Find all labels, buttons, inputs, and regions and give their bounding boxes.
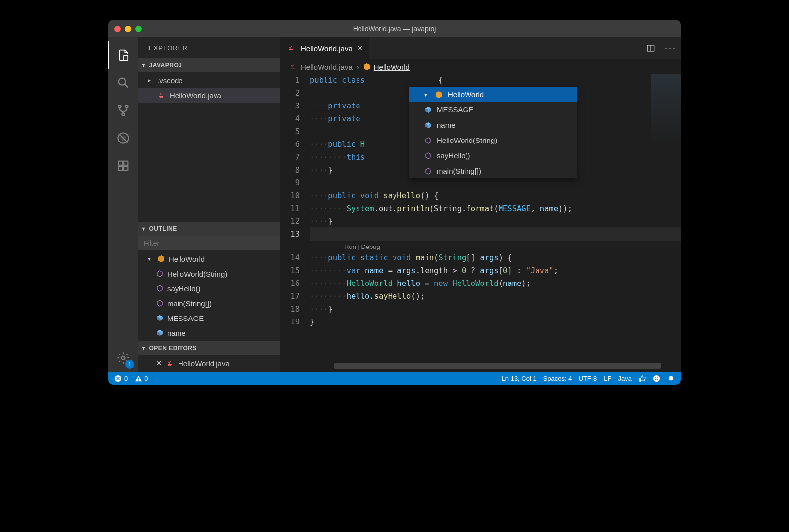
debug-activity[interactable]: [108, 124, 138, 152]
vscode-window: HelloWorld.java — javaproj 1: [108, 20, 681, 385]
method-icon: [156, 284, 164, 292]
method-icon: [156, 299, 164, 307]
dd-class[interactable]: ▾ HelloWorld: [409, 87, 577, 102]
method-icon: [424, 137, 432, 144]
outline-tree: ▾ HelloWorld HelloWorld(String) sayHello…: [138, 250, 280, 341]
file-helloworld[interactable]: ▸ HelloWorld.java: [138, 88, 280, 103]
dd-message[interactable]: MESSAGE: [409, 102, 577, 117]
outline-filter-input[interactable]: [138, 236, 280, 250]
class-icon: [157, 255, 165, 263]
status-bar: 0 0 Ln 13, Col 1 Spaces: 4 UTF-8 LF Java: [108, 372, 681, 385]
svg-point-13: [653, 375, 660, 381]
tab-helloworld[interactable]: HelloWorld.java ×: [280, 37, 369, 59]
status-feedback-icon[interactable]: [653, 375, 660, 382]
sidebar: EXPLORER ▾ JAVAPROJ ▸ .vscode ▸ HelloWor…: [138, 37, 280, 372]
open-editor-item[interactable]: ✕ HelloWorld.java: [138, 356, 280, 371]
svg-rect-8: [124, 166, 128, 170]
svg-point-2: [125, 105, 128, 107]
status-bell-icon[interactable]: [667, 375, 675, 382]
outline-message[interactable]: MESSAGE: [138, 311, 280, 325]
open-editors-section-header[interactable]: ▾ OPEN EDITORS: [138, 341, 280, 355]
split-editor-button[interactable]: [641, 37, 661, 59]
outline-constructor[interactable]: HelloWorld(String): [138, 266, 280, 281]
chevron-down-icon: ▾: [142, 225, 145, 232]
project-section-header[interactable]: ▾ JAVAPROJ: [138, 58, 280, 72]
method-icon: [424, 152, 432, 160]
field-icon: [424, 106, 432, 114]
explorer-activity[interactable]: [108, 41, 138, 69]
line-gutter: 1 2 3 4 5 6 7 8 9 10 11 12 13 14 15 16: [280, 74, 310, 372]
open-editors-list: ✕ HelloWorld.java: [138, 355, 280, 372]
settings-badge: 1: [125, 360, 134, 369]
breadcrumb-file[interactable]: HelloWorld.java: [289, 63, 353, 71]
chevron-down-icon: ▾: [142, 62, 145, 69]
svg-rect-6: [119, 161, 123, 165]
source-control-activity[interactable]: [108, 97, 138, 124]
file-tree: ▸ .vscode ▸ HelloWorld.java: [138, 72, 280, 104]
svg-point-15: [657, 377, 658, 378]
status-thumbs-up-icon[interactable]: [639, 375, 646, 382]
status-language[interactable]: Java: [618, 375, 632, 382]
folder-vscode[interactable]: ▸ .vscode: [138, 73, 280, 88]
dd-sayhello[interactable]: sayHello(): [409, 148, 577, 163]
svg-point-0: [119, 78, 126, 85]
svg-point-10: [122, 356, 125, 360]
status-eol[interactable]: LF: [604, 375, 611, 382]
svg-point-1: [118, 105, 121, 107]
chevron-down-icon: ▾: [142, 345, 145, 352]
svg-point-14: [655, 377, 656, 378]
dd-constructor[interactable]: HelloWorld(String): [409, 133, 577, 148]
close-icon[interactable]: ✕: [156, 359, 162, 368]
chevron-right-icon: ▸: [148, 77, 154, 84]
method-icon: [156, 270, 164, 278]
outline-main[interactable]: main(String[]): [138, 296, 280, 311]
class-icon: [363, 63, 371, 71]
svg-point-5: [121, 136, 125, 140]
java-file-icon: [287, 44, 296, 52]
class-icon: [435, 91, 443, 99]
status-warnings[interactable]: 0: [135, 375, 148, 382]
status-errors[interactable]: 0: [114, 375, 128, 382]
code-editor[interactable]: 1 2 3 4 5 6 7 8 9 10 11 12 13 14 15 16: [280, 74, 681, 372]
outline-name[interactable]: name: [138, 325, 280, 340]
window-title: HelloWorld.java — javaproj: [108, 25, 681, 33]
sidebar-title: EXPLORER: [138, 37, 280, 58]
status-position[interactable]: Ln 13, Col 1: [502, 375, 537, 382]
editor-tabs: HelloWorld.java × ···: [280, 37, 681, 59]
status-spaces[interactable]: Spaces: 4: [543, 375, 572, 382]
svg-point-3: [122, 113, 124, 116]
warning-icon: [135, 375, 142, 382]
search-activity[interactable]: [108, 69, 138, 97]
close-tab-icon[interactable]: ×: [358, 43, 363, 54]
breadcrumb-dropdown: ▾ HelloWorld MESSAGE name: [409, 87, 577, 178]
dd-name[interactable]: name: [409, 117, 577, 133]
chevron-down-icon: ▾: [424, 88, 430, 101]
svg-rect-7: [119, 166, 123, 170]
titlebar: HelloWorld.java — javaproj: [108, 20, 681, 37]
java-file-icon: [157, 91, 166, 99]
minimap[interactable]: [651, 74, 681, 173]
activity-bar: 1: [108, 37, 138, 372]
codelens[interactable]: Run | Debug: [310, 241, 681, 251]
breadcrumb-symbol[interactable]: HelloWorld: [363, 63, 410, 71]
field-icon: [424, 121, 432, 129]
svg-rect-9: [124, 161, 128, 165]
horizontal-scrollbar[interactable]: [334, 363, 661, 369]
outline-section-header[interactable]: ▾ OUTLINE: [138, 222, 280, 236]
breadcrumb[interactable]: HelloWorld.java › HelloWorld: [280, 59, 681, 74]
java-file-icon: [166, 359, 175, 367]
field-icon: [156, 314, 164, 322]
java-file-icon: [289, 63, 298, 71]
workbench-body: 1 EXPLORER ▾ JAVAPROJ ▸ .vscode ▸: [108, 37, 681, 372]
chevron-right-icon: ›: [357, 63, 359, 71]
status-encoding[interactable]: UTF-8: [579, 375, 597, 382]
code-content[interactable]: public class { ····private "llo, %s!"; ·…: [310, 74, 681, 372]
settings-activity[interactable]: 1: [108, 344, 138, 372]
field-icon: [156, 329, 164, 337]
dd-main[interactable]: main(String[]): [409, 163, 577, 178]
outline-sayhello[interactable]: sayHello(): [138, 281, 280, 296]
outline-class[interactable]: ▾ HelloWorld: [138, 251, 280, 266]
more-actions-button[interactable]: ···: [661, 37, 681, 59]
method-icon: [424, 167, 432, 175]
extensions-activity[interactable]: [108, 152, 138, 179]
